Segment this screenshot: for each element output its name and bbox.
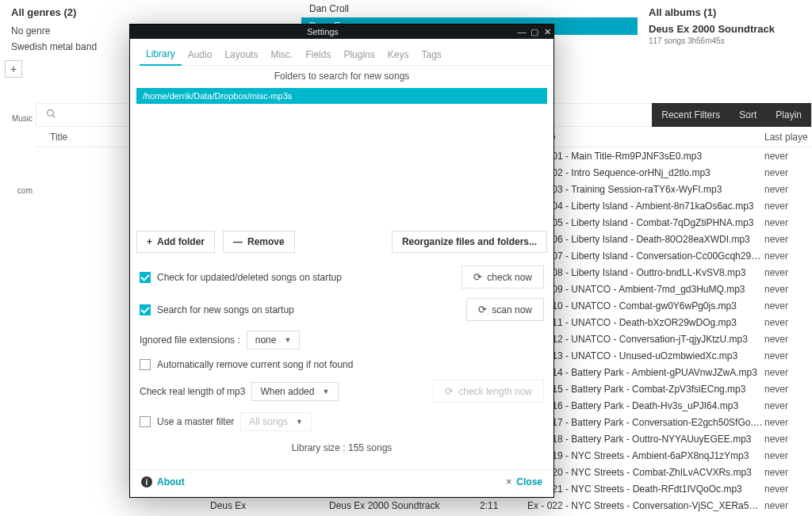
sidebar-music-label[interactable]: Music <box>3 114 33 123</box>
track-last-played: never <box>764 317 812 328</box>
track-filename: Ex - 010 - UNATCO - Combat-gw0Y6wPg0js.m… <box>527 300 764 312</box>
close-icon[interactable]: ✕ <box>541 27 553 37</box>
settings-tabs: LibraryAudioLayoutsMisc.FieldsPluginsKey… <box>130 39 553 66</box>
chevron-down-icon: ▼ <box>322 388 329 396</box>
track-filename: Ex - 022 - NYC Streets - Conversation-Vj… <box>527 500 764 511</box>
track-last-played: never <box>764 500 812 511</box>
sidebar-com-label[interactable]: com <box>3 186 33 195</box>
track-last-played: never <box>764 434 812 445</box>
track-last-played: never <box>764 201 812 212</box>
track-filename: Ex - 018 - Battery Park - Outtro-NYYAUuy… <box>527 434 764 445</box>
search-new-label: Search for new songs on startup <box>157 304 294 315</box>
track-filename: Ex - 007 - Liberty Island - Conversation… <box>527 250 764 262</box>
chevron-down-icon: ▼ <box>296 418 303 426</box>
track-last-played: never <box>764 450 812 461</box>
track-last-played: never <box>764 384 812 395</box>
close-label: Close <box>516 476 542 487</box>
artist-item[interactable]: Dan Croll <box>301 0 638 17</box>
track-filename: Ex - 002 - Intro Sequence-orHNj_d2tlo.mp… <box>527 167 764 178</box>
col-filename[interactable]: me <box>542 132 764 143</box>
ignored-ext-select[interactable]: none ▼ <box>247 331 301 350</box>
track-last-played: never <box>764 250 812 262</box>
settings-subtitle: Folders to search for new songs <box>130 66 553 85</box>
track-filename: Ex - 013 - UNATCO - Unused-uOzmbwiedXc.m… <box>527 350 764 361</box>
add-folder-button[interactable]: + Add folder <box>136 231 215 253</box>
remove-folder-button[interactable]: — Remove <box>223 231 295 253</box>
refresh-icon: ⟳ <box>473 271 482 283</box>
track-last-played: never <box>764 467 812 478</box>
track-filename: Ex - 015 - Battery Park - Combat-ZpV3fsi… <box>527 384 764 395</box>
dialog-titlebar[interactable]: Settings — ▢ ✕ <box>130 25 553 39</box>
about-label: About <box>157 476 185 487</box>
settings-tab-misc[interactable]: Misc. <box>264 44 299 65</box>
add-button[interactable]: + <box>5 60 22 78</box>
albums-header: All albums (1) <box>649 6 801 18</box>
master-filter-value: All songs <box>249 416 288 427</box>
track-filename: Ex - 016 - Battery Park - Death-Hv3s_uPJ… <box>527 400 764 411</box>
track-filename: Ex - 012 - UNATCO - Conversation-jT-qjyJ… <box>527 334 764 345</box>
track-filename: Ex - 017 - Battery Park - Conversation-E… <box>527 417 764 428</box>
track-filename: Ex - 011 - UNATCO - Death-bXzOR29wDOg.mp… <box>527 317 764 328</box>
add-folder-label: Add folder <box>157 236 205 247</box>
selected-folder-path[interactable]: /home/derrik/Data/Dropbox/misc-mp3s <box>136 88 547 104</box>
maximize-icon[interactable]: ▢ <box>528 27 541 37</box>
track-album: Deus Ex 2000 Soundtrack <box>329 500 480 511</box>
remove-folder-label: Remove <box>247 236 285 247</box>
track-filename: Ex - 020 - NYC Streets - Combat-ZhILvACV… <box>527 467 764 478</box>
track-filename: Ex - 014 - Battery Park - Ambient-gPUAVn… <box>527 367 764 378</box>
track-last-played: never <box>764 484 812 495</box>
check-now-label: check now <box>487 272 532 283</box>
check-length-label: Check real length of mp3 <box>140 386 245 397</box>
track-filename: Ex - 009 - UNATCO - Ambient-7md_gd3HuMQ.… <box>527 284 764 295</box>
track-filename: Ex - 003 - Training Session-raTY6x-WyFI.… <box>527 184 764 195</box>
col-last-played[interactable]: Last playe <box>764 132 812 143</box>
check-length-select[interactable]: When added ▼ <box>251 382 339 401</box>
settings-tab-fields[interactable]: Fields <box>299 44 337 65</box>
settings-tab-library[interactable]: Library <box>140 44 182 66</box>
check-updated-checkbox[interactable] <box>140 272 151 283</box>
minus-icon: — <box>233 236 243 247</box>
settings-tab-tags[interactable]: Tags <box>415 44 447 65</box>
track-last-played: never <box>764 217 812 228</box>
recent-filters-button[interactable]: Recent Filters <box>652 103 730 127</box>
settings-tab-audio[interactable]: Audio <box>182 44 219 65</box>
track-last-played: never <box>764 350 812 361</box>
ignored-ext-label: Ignored file extensions : <box>140 334 240 346</box>
track-filename: Ex - 006 - Liberty Island - Death-80O28e… <box>527 234 764 245</box>
settings-tab-plugins[interactable]: Plugins <box>337 44 381 65</box>
track-last-played: never <box>764 234 812 245</box>
track-last-played: never <box>764 267 812 278</box>
close-x-icon: × <box>506 476 511 487</box>
check-length-now-label: check length now <box>458 386 532 397</box>
refresh-icon: ⟳ <box>478 304 487 315</box>
track-filename: Ex - 001 - Main Title-Rm9PJNF3sE0.mp3 <box>527 151 764 162</box>
track-filename: Ex - 005 - Liberty Island - Combat-7qDgZ… <box>527 217 764 228</box>
settings-tab-keys[interactable]: Keys <box>381 44 416 65</box>
scan-now-button[interactable]: ⟳ scan now <box>466 298 544 321</box>
dialog-title: Settings <box>130 27 515 36</box>
reorganize-button[interactable]: Reorganize files and folders... <box>392 231 547 253</box>
check-now-button[interactable]: ⟳ check now <box>462 266 544 289</box>
track-last-played: never <box>764 184 812 195</box>
search-new-checkbox[interactable] <box>140 304 151 315</box>
settings-tab-layouts[interactable]: Layouts <box>218 44 264 65</box>
master-filter-select: All songs ▼ <box>240 412 312 431</box>
track-row[interactable]: Deus ExDeus Ex 2000 Soundtrack2:11Ex - 0… <box>36 497 812 514</box>
genres-header: All genres (2) <box>11 6 290 18</box>
track-last-played: never <box>764 167 812 178</box>
check-length-value: When added <box>260 386 314 397</box>
folder-list[interactable]: /home/derrik/Data/Dropbox/misc-mp3s <box>136 88 547 223</box>
playing-button[interactable]: Playin <box>766 103 811 127</box>
info-icon: i <box>141 476 152 487</box>
check-length-now-button[interactable]: ⟳ check length now <box>433 380 544 403</box>
auto-remove-checkbox[interactable] <box>140 359 151 370</box>
sort-button[interactable]: Sort <box>730 103 766 127</box>
master-filter-checkbox[interactable] <box>140 416 151 427</box>
close-link[interactable]: ×Close <box>506 476 542 487</box>
about-link[interactable]: i About <box>141 476 185 487</box>
search-icon[interactable] <box>36 109 66 121</box>
album-title[interactable]: Deus Ex 2000 Soundtrack <box>649 23 801 35</box>
track-filename: Ex - 021 - NYC Streets - Death-RFdt1IVQo… <box>527 484 764 495</box>
minimize-icon[interactable]: — <box>515 27 528 36</box>
plus-icon: + <box>147 236 152 247</box>
